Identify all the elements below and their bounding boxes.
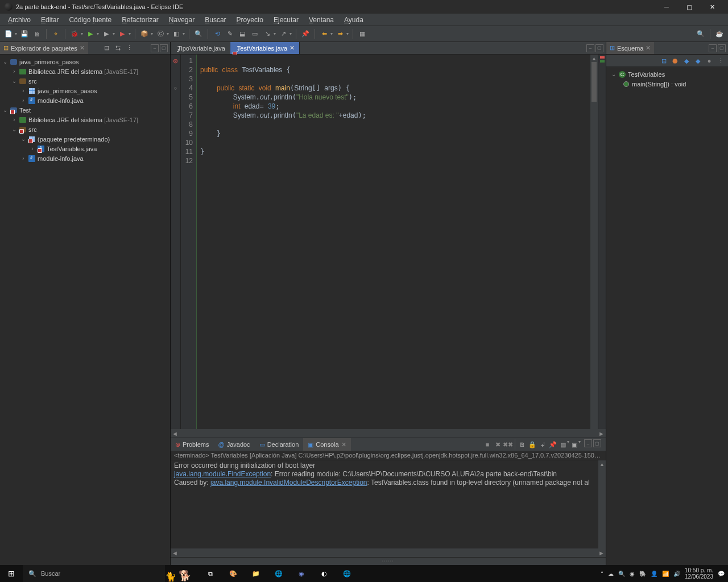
pin-icon[interactable]: 📌 — [300, 29, 311, 39]
tray-evernote-icon[interactable]: 🐘 — [639, 571, 646, 577]
outline-tree[interactable]: ⌄C TestVariables main(String[]) : void — [606, 67, 728, 91]
outline-method-item[interactable]: main(String[]) : void — [632, 81, 686, 88]
console-vscroll[interactable]: ▲ — [598, 460, 606, 548]
clear-console-icon[interactable]: 🗎 — [517, 439, 527, 450]
debug-icon[interactable]: 🐞 — [69, 29, 80, 39]
package-explorer-tab[interactable]: ⊞ Explorador de paquetes ✕ — [0, 42, 88, 54]
link-editor-icon[interactable]: ⇆ — [113, 43, 123, 53]
task-view-icon[interactable]: ⧉ — [199, 570, 222, 577]
open-type-icon[interactable]: ⌖ — [51, 29, 61, 39]
project-item[interactable]: java_primeros_pasos — [19, 59, 79, 65]
package-tree[interactable]: ⌄ java_primeros_pasos › Biblioteca JRE d… — [0, 55, 170, 165]
menu-buscar[interactable]: Buscar — [200, 15, 230, 25]
overview-ruler[interactable] — [598, 55, 606, 429]
tray-people-icon[interactable]: 👤 — [651, 571, 657, 577]
declaration-tab[interactable]: ▭Declaration — [255, 438, 304, 451]
menu-navegar[interactable]: Navegar — [164, 15, 199, 25]
tray-app-icon[interactable]: 🔍 — [618, 571, 625, 577]
menu-ayuda[interactable]: Ayuda — [340, 15, 368, 25]
outline-tab[interactable]: ⊞ Esquema ✕ — [606, 42, 654, 54]
jre-lib-item[interactable]: Biblioteca JRE del sistema — [28, 117, 102, 123]
app-eclipse-icon[interactable]: ◐ — [313, 570, 336, 577]
new-class-icon[interactable]: Ⓒ — [155, 29, 166, 39]
hide-local-icon[interactable]: ● — [704, 56, 714, 66]
search-icon[interactable]: 🔍 — [193, 29, 204, 39]
console-hscroll[interactable]: ◄► — [171, 548, 606, 557]
error-gutter[interactable]: ⊗ ○ — [171, 55, 181, 429]
editor-tab-tipovariable[interactable]: TipoVariable.java — [171, 42, 230, 54]
maximize-console-icon[interactable]: ▢ — [593, 439, 601, 447]
toggle-icon[interactable]: ⟲ — [212, 29, 222, 39]
wand-icon[interactable]: ✎ — [225, 29, 235, 39]
close-button[interactable]: ✕ — [701, 0, 723, 14]
minimize-outline-icon[interactable]: – — [709, 44, 717, 52]
collapse-all-icon[interactable]: ⊟ — [102, 43, 112, 53]
hide-static-icon[interactable]: ◆ — [681, 56, 692, 66]
menu-archivo[interactable]: Archivo — [3, 15, 35, 25]
new-something-icon[interactable]: ◧ — [171, 29, 181, 39]
menu-codigo[interactable]: Código fuente — [64, 15, 116, 25]
start-button[interactable]: ⊞ — [0, 569, 23, 578]
back-icon[interactable]: ⬅ — [319, 29, 329, 39]
taskbar-clock[interactable]: 10:50 p. m. 12/06/2023 — [685, 567, 713, 580]
taskbar-search[interactable]: 🔍 Buscar — [23, 565, 165, 582]
perspective-icon[interactable]: ▦ — [357, 29, 367, 39]
app-discord-icon[interactable]: ◉ — [290, 570, 313, 577]
tray-onedrive-icon[interactable]: ☁ — [608, 571, 614, 577]
module-info-item[interactable]: module-info.java — [38, 155, 84, 162]
javadoc-tab[interactable]: @Javadoc — [213, 438, 254, 451]
save-all-icon[interactable]: 🗎 — [32, 29, 42, 39]
src-folder-item[interactable]: src — [28, 78, 37, 85]
editor-hscroll[interactable]: ◄► — [171, 429, 606, 438]
menu-ventana[interactable]: Ventana — [304, 15, 338, 25]
module-info-item[interactable]: module-info.java — [38, 97, 84, 104]
package-item[interactable]: (paquete predeterminado) — [38, 136, 110, 143]
run-icon[interactable]: ▶ — [85, 29, 96, 39]
code-content[interactable]: public class TestVariables { public stat… — [197, 55, 598, 429]
tray-discord-icon[interactable]: ◉ — [630, 571, 635, 577]
remove-all-icon[interactable]: ✖✖ — [503, 439, 513, 450]
maximize-view-icon[interactable]: ▢ — [160, 44, 168, 52]
scroll-lock-icon[interactable]: 🔒 — [527, 439, 537, 450]
java-file-item[interactable]: TestVariables.java — [47, 146, 97, 152]
step-icon[interactable]: ↘ — [262, 29, 272, 39]
close-tab-icon[interactable]: ✕ — [646, 44, 651, 52]
minimize-editor-icon[interactable]: – — [586, 44, 594, 52]
src-folder-item[interactable]: src — [28, 126, 37, 133]
new-icon[interactable]: 📄 — [3, 29, 14, 39]
minimize-view-icon[interactable]: – — [151, 44, 159, 52]
app-explorer-icon[interactable]: 📁 — [245, 570, 267, 577]
editor-scrollbar[interactable]: ▲ — [590, 55, 598, 429]
view-menu-icon[interactable]: ⋮ — [125, 43, 135, 53]
word-wrap-icon[interactable]: ↲ — [537, 439, 548, 450]
code-editor[interactable]: ⊗ ○ 123456789101112 public class TestVar… — [171, 55, 606, 429]
outline-class-item[interactable]: TestVariables — [628, 71, 665, 78]
notifications-icon[interactable]: 💬 — [718, 571, 725, 577]
tray-wifi-icon[interactable]: 📶 — [662, 571, 669, 577]
problems-tab[interactable]: ⊗Problems — [171, 438, 213, 451]
console-tab[interactable]: ▣Consola ✕ — [303, 438, 350, 451]
minimize-button[interactable]: ─ — [655, 0, 678, 14]
hide-nonpublic-icon[interactable]: ◆ — [693, 56, 703, 66]
new-package-icon[interactable]: 📦 — [139, 29, 150, 39]
java-perspective-icon[interactable]: ☕ — [714, 29, 725, 39]
tray-chevron-icon[interactable]: ˄ — [601, 571, 603, 577]
app-paint-icon[interactable]: 🎨 — [222, 570, 245, 577]
console-output[interactable]: Error occurred during initialization of … — [171, 460, 606, 548]
menu-ejecutar[interactable]: Ejecutar — [269, 15, 303, 25]
outline-menu-icon[interactable]: ⋮ — [715, 56, 726, 66]
remove-launch-icon[interactable]: ✖ — [493, 439, 503, 450]
hide-fields-icon[interactable]: ⬣ — [670, 56, 680, 66]
pin-console-icon[interactable]: 📌 — [548, 439, 558, 450]
terminate-icon[interactable]: ■ — [482, 439, 493, 450]
quick-access-icon[interactable]: 🔍 — [696, 29, 706, 39]
menu-editar[interactable]: Editar — [36, 15, 63, 25]
save-icon[interactable]: 💾 — [19, 29, 30, 39]
menu-proyecto[interactable]: Proyecto — [232, 15, 268, 25]
close-tab-icon[interactable]: ✕ — [80, 44, 85, 52]
exception-link[interactable]: java.lang.module.FindException — [174, 470, 271, 478]
coverage-icon[interactable]: ▶ — [101, 29, 111, 39]
bookmark-icon[interactable]: ⬓ — [237, 29, 247, 39]
forward-icon[interactable]: ➡ — [335, 29, 345, 39]
package-item[interactable]: java_primeros_pasos — [38, 88, 97, 94]
